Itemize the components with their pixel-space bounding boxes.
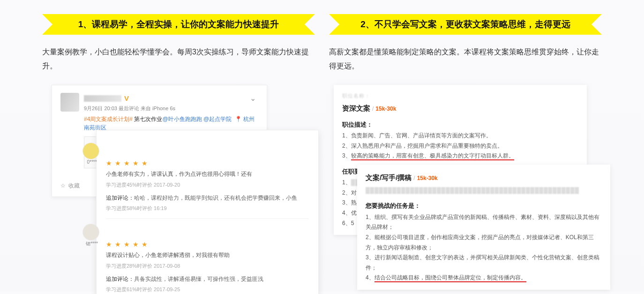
reviewer-name: 锶**** xyxy=(82,241,101,247)
slash: / xyxy=(413,175,415,181)
blurred-label: 职位名称： xyxy=(342,91,578,101)
job-salary: 15k-30k xyxy=(375,106,396,112)
list-item: 2、深入熟悉用户和产品，挖掘用户需求和产品重要独特的卖点。 xyxy=(342,141,578,151)
addendum-label: 追加评论： xyxy=(106,195,134,201)
left-graphic: V ⌄ 9月26日 20:03 最后评论 来自 iPhone 6s #4周文案成… xyxy=(42,85,315,277)
favorite-row[interactable]: ☆ 收藏 xyxy=(60,182,80,190)
list-item: 2、能根据公司项目进度，创作相应商业文案，挖掘产品的亮点，对接媒体记者、KOL和… xyxy=(366,233,602,253)
section-heading: 职位描述： xyxy=(342,119,578,130)
highlighted-text: 结合公司战略目标，围绕公司整体品牌定位，制定传播内容。 xyxy=(374,274,526,282)
ribbon-2: 2、不只学会写文案，更收获文案策略思维，走得更远 xyxy=(329,14,602,35)
job-title: 资深文案 xyxy=(342,104,370,112)
job-salary: 15k-30k xyxy=(417,175,438,181)
review-item: 0**** ★ ★ ★ ★ ★ 小鱼老师有实力，讲课认真，作为点评也很用心得哦！… xyxy=(106,138,309,219)
job-title: 文案/写手/撰稿 xyxy=(366,173,412,181)
job-tasks-list: 1、组织、撰写有关企业品牌或产品宣传的新闻稿、传播稿件、素材、资料、深度稿以及其… xyxy=(366,212,602,283)
blurred-line: ████████████████████████████████████████… xyxy=(366,186,602,196)
right-graphic: 职位名称： 资深文案/15k-30k 职位描述： 1、负责新闻、广告、官网、产品… xyxy=(329,85,602,277)
left-description: 大量案例教学，小白也能轻松学懂学会。每周3次实操练习，导师文案能力快速提升。 xyxy=(42,45,315,74)
post-meta: 9月26日 20:03 最后评论 来自 iPhone 6s xyxy=(84,105,258,112)
avatar xyxy=(60,93,79,112)
ribbon-1: 1、课程易学，全程实操，让你的文案能力快速提升 xyxy=(42,14,315,35)
list-item: 3、进行新闻话题制造、创意文字的表达，并撰写相关品牌新闻类、个性化营销文案、创意… xyxy=(366,253,602,273)
review-avatar xyxy=(82,143,99,159)
list-item: 3、较高的策略能力，用富有创意、极具感染力的文字打动目标人群。 xyxy=(342,151,578,161)
review-meta: 学习进度28%时评价 2017-09-08 xyxy=(106,263,309,270)
job-requirements-list: 1、负责新闻、广告、官网、产品详情页等方面的文案写作。 2、深入熟悉用户和产品，… xyxy=(342,131,578,161)
review-addendum: 追加评论：哈哈，课程好给力，既能学到知识，还有机会把学费赚回来，小鱼 xyxy=(106,194,309,202)
list-item: 1、负责新闻、广告、官网、产品详情页等方面的文案写作。 xyxy=(342,131,578,141)
job-card-b: 文案/写手/撰稿/15k-30k ███████████████████████… xyxy=(357,165,610,290)
page: 1、课程易学，全程实操，让你的文案能力快速提升 大量案例教学，小白也能轻松学懂学… xyxy=(0,0,644,291)
review-meta-2: 学习进度61%时评价 2017-09-25 xyxy=(106,286,309,293)
location-pin-icon: 📍 xyxy=(235,116,242,122)
star-rating-icon: ★ ★ ★ ★ ★ xyxy=(106,159,309,167)
list-item: 4、结合公司战略目标，围绕公司整体品牌定位，制定传播内容。 xyxy=(366,273,602,283)
review-text: 课程设计贴心，小鱼老师讲解透彻，对我很有帮助 xyxy=(106,251,309,260)
favorite-label: 收藏 xyxy=(68,182,80,190)
addendum-text: 哈哈，课程好给力，既能学到知识，还有机会把学费赚回来，小鱼 xyxy=(134,195,297,201)
slash: / xyxy=(372,106,374,112)
star-rating-icon: ★ ★ ★ ★ ★ xyxy=(106,241,309,248)
hashtag[interactable]: #4周文案成长计划# xyxy=(84,116,133,122)
right-description: 高薪文案都是懂策略能制定策略的文案。本课程将文案策略思维贯穿始终，让你走得更远。 xyxy=(329,45,602,74)
right-column: 2、不只学会写文案，更收获文案策略思维，走得更远 高薪文案都是懂策略能制定策略的… xyxy=(329,14,602,277)
addendum-label: 追加评论： xyxy=(106,276,134,282)
chevron-down-icon[interactable]: ⌄ xyxy=(247,93,258,104)
reviewer-name: 0**** xyxy=(82,159,101,165)
mention-2[interactable]: @起点学院 xyxy=(203,116,232,122)
addendum-text: 具备实战性，讲解通俗易懂，可操作性强，受益匪浅 xyxy=(134,276,263,282)
mention-1[interactable]: @叶小鱼跑跑跑 xyxy=(162,116,202,122)
assignment-text: 第七次作业 xyxy=(133,116,162,122)
list-item: 1、组织、撰写有关企业品牌或产品宣传的新闻稿、传播稿件、素材、资料、深度稿以及其… xyxy=(366,212,602,233)
left-column: 1、课程易学，全程实操，让你的文案能力快速提升 大量案例教学，小白也能轻松学懂学… xyxy=(42,14,315,277)
star-icon: ☆ xyxy=(60,182,66,189)
review-meta: 学习进度45%时评价 2017-09-20 xyxy=(106,181,309,188)
review-avatar xyxy=(82,224,99,241)
reviews-card: 0**** ★ ★ ★ ★ ★ 小鱼老师有实力，讲课认真，作为点评也很用心得哦！… xyxy=(96,130,319,294)
review-item: 锶**** ★ ★ ★ ★ ★ 课程设计贴心，小鱼老师讲解透彻，对我很有帮助 学… xyxy=(106,219,309,294)
review-meta-2: 学习进度58%时评价 16:19 xyxy=(106,205,309,212)
review-addendum: 追加评论：具备实战性，讲解通俗易懂，可操作性强，受益匪浅 xyxy=(106,275,309,283)
username-blurred xyxy=(84,95,121,102)
post-tags: #4周文案成长计划# 第七次作业@叶小鱼跑跑跑 @起点学院 📍 杭州 南苑街区 xyxy=(84,115,258,132)
review-text: 小鱼老师有实力，讲课认真，作为点评也很用心得哦！还有 xyxy=(106,170,309,179)
verified-badge-icon: V xyxy=(124,94,129,102)
section-heading: 您要挑战的任务是： xyxy=(366,200,602,211)
highlighted-text: 较高的策略能力，用富有创意、极具感染力的文字打动目标人群。 xyxy=(351,152,514,160)
